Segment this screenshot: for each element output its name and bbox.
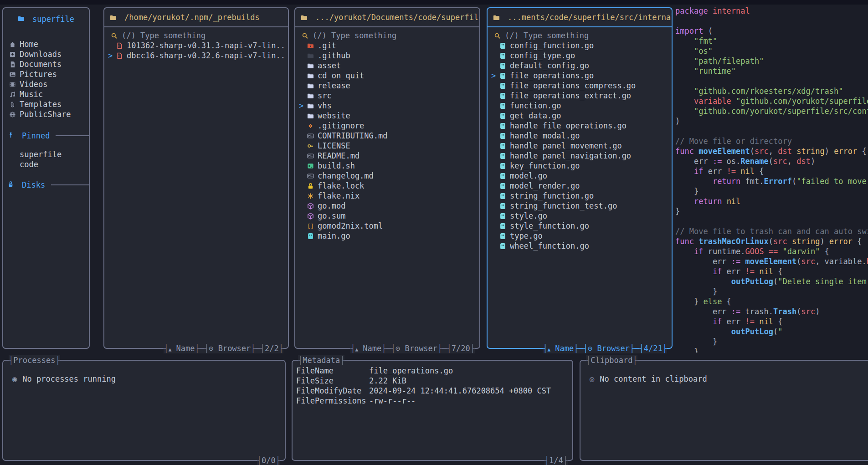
file-row[interactable]: flake.nix [299,191,477,201]
file-row[interactable]: go.sum [299,211,477,221]
sidebar-item-videos[interactable]: Videos [3,79,89,89]
file-row[interactable]: asset [299,61,477,71]
sidebar-item-downloads[interactable]: Downloads [3,49,89,59]
file-name: key_function.go [510,161,580,170]
music-icon [9,91,16,98]
panel-footer: ┤▲ Name├─┤⊙ Browser├─┤7/20├ [350,343,475,353]
code-line: } [675,337,868,347]
file-row[interactable]: wheel_function.go [491,241,669,251]
sidebar-item-music[interactable]: Music [3,89,89,99]
file-row[interactable]: src [299,91,477,101]
file-name: file_operations_extract.go [510,91,631,100]
package-icon [307,213,314,220]
pinned-item-code[interactable]: code [3,159,89,169]
metadata-label: FileName [296,366,369,376]
file-row[interactable]: default_config.go [491,61,669,71]
file-row[interactable]: flake.lock [299,181,477,191]
file-row[interactable]: build.sh [299,161,477,171]
file-row[interactable]: LICENSE [299,141,477,151]
file-row[interactable]: model.go [491,171,669,181]
file-row[interactable]: string_function.go [491,191,669,201]
gofile-icon [499,62,506,69]
cursor-spacer [299,191,307,200]
panel-mode[interactable]: ⊙ Browser [395,343,437,353]
file-row[interactable]: handle_file_operations.go [491,121,669,131]
file-row[interactable]: .git [299,41,477,51]
file-name: flake.lock [318,181,364,190]
folder-icon [307,112,314,119]
processes-title-tab: ┤Processes├ [9,355,60,365]
svg-text:[]: [] [307,223,314,229]
sidebar-item-publicshare[interactable]: PublicShare [3,109,89,119]
file-name: style_function.go [510,221,589,230]
pinned-item-superfile[interactable]: superfile [3,149,89,159]
file-row[interactable]: type.go [491,231,669,241]
file-row[interactable]: handle_panel_movement.go [491,141,669,151]
video-icon [9,81,16,88]
search-placeholder: (/) Type something [505,31,589,40]
cursor-spacer [491,221,499,230]
sort-toggle[interactable]: ▲ Name [355,343,381,353]
file-row[interactable]: config_function.go [491,41,669,51]
file-row[interactable]: []gomod2nix.toml [299,221,477,231]
code-line: err := trash.Trash(src) [675,307,868,317]
file-row[interactable]: 101362-sharp-v0.31.3-napi-v7-lin... [108,41,285,51]
selection-cursor: > [491,71,499,80]
metadata-title-tab: ┤Metadata├ [298,355,344,365]
cursor-spacer [299,151,307,160]
cursor-spacer [491,161,499,170]
file-row[interactable]: go.mod [299,201,477,211]
panel-path: .../yorukot/Documents/code/superfile [315,13,479,22]
gofile-icon [499,52,506,59]
pin-icon [7,131,18,140]
file-row[interactable]: handle_modal.go [491,131,669,141]
panel-mode[interactable]: ⊙ Browser [588,343,630,353]
file-row[interactable]: .github [299,51,477,61]
file-row[interactable]: key_function.go [491,161,669,171]
file-row[interactable]: handle_panel_navigation.go [491,151,669,161]
file-row[interactable]: file_operations_extract.go [491,91,669,101]
file-row[interactable]: string_function_test.go [491,201,669,211]
search-bar[interactable]: (/) Type something [108,31,285,41]
file-row[interactable]: release [299,81,477,91]
sort-toggle[interactable]: ▲ Name [169,343,195,353]
file-name: vhs [318,101,332,110]
file-row[interactable]: style_function.go [491,221,669,231]
file-row[interactable]: >vhs [299,101,477,111]
file-row[interactable]: main.go [299,231,477,241]
sidebar-item-documents[interactable]: Documents [3,59,89,69]
panel-mode[interactable]: ⊙ Browser [209,343,251,353]
search-bar[interactable]: (/) Type something [299,31,477,41]
gofile-icon [307,233,314,240]
metadata-label: FileModifyDate [296,386,369,396]
sidebar-item-home[interactable]: Home [3,39,89,49]
sidebar-item-templates[interactable]: Templates [3,99,89,109]
file-row[interactable]: changelog.md [299,171,477,181]
cursor-count: 7/20 [452,343,470,353]
file-row[interactable]: file_operations_compress.go [491,81,669,91]
file-row[interactable]: >file_operations.go [491,71,669,81]
sidebar-item-pictures[interactable]: Pictures [3,69,89,79]
search-icon [302,32,308,39]
file-row[interactable]: >dbcc16-sharp-v0.32.6-napi-v7-lin... [108,51,285,61]
gofile-icon [499,42,506,49]
file-row[interactable]: get_data.go [491,111,669,121]
code-line: outPutLog(" [675,327,868,337]
file-row[interactable]: model_render.go [491,181,669,191]
file-row[interactable]: CONTRIBUTING.md [299,131,477,141]
file-row[interactable]: style.go [491,211,669,221]
file-row[interactable]: website [299,111,477,121]
file-row[interactable]: README.md [299,151,477,161]
file-row[interactable]: function.go [491,101,669,111]
file-name: release [318,81,350,90]
search-bar[interactable]: (/) Type something [491,31,669,41]
cursor-spacer [299,231,307,240]
sort-toggle[interactable]: ▲ Name [547,343,574,353]
file-row[interactable]: cd_on_quit [299,71,477,81]
file-name: src [318,91,332,100]
folder-icon [307,72,314,79]
file-row[interactable]: .gitignore [299,121,477,131]
file-row[interactable]: config_type.go [491,51,669,61]
file-name: CONTRIBUTING.md [318,131,388,140]
gofile-icon [499,82,506,89]
